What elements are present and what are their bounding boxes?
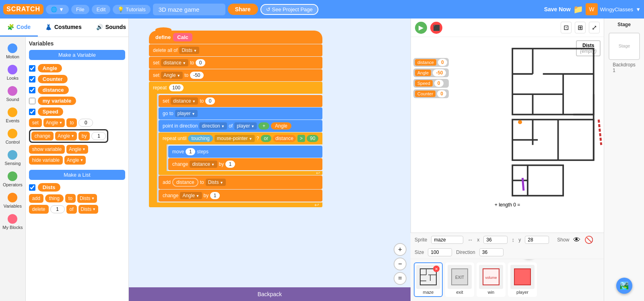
left-panel: 🧩 Code 👗 Costumes 🔊 Sounds Motion bbox=[0, 19, 129, 301]
sprite-name-input[interactable] bbox=[431, 236, 463, 244]
delete-index-input[interactable] bbox=[50, 205, 65, 213]
add-distance-to-dists-block[interactable]: add distance to Dists bbox=[159, 175, 322, 189]
add-to-dists-block[interactable]: add thing to Dists bbox=[29, 194, 125, 203]
sprite-maze[interactable]: ✕ maze bbox=[414, 262, 443, 297]
delete-of-dists-block[interactable]: delete of Dists bbox=[29, 205, 125, 214]
define-calc-block[interactable]: define Calc bbox=[149, 31, 322, 44]
zoom-reset-button[interactable]: = bbox=[394, 272, 407, 285]
set-angle-input[interactable] bbox=[78, 119, 93, 127]
change-angle-input[interactable] bbox=[91, 132, 106, 140]
sidebar-item-events[interactable]: Events bbox=[1, 105, 24, 126]
dists-badge[interactable]: Dists bbox=[38, 183, 60, 192]
var-row-my-variable: my variable bbox=[29, 97, 125, 105]
project-name-input[interactable] bbox=[153, 4, 225, 15]
my-variable-badge[interactable]: my variable bbox=[38, 97, 76, 105]
make-list-button[interactable]: Make a List bbox=[29, 170, 125, 180]
sprite-maze-image: ✕ bbox=[416, 265, 440, 289]
set-angle-neg50-block[interactable]: set Angle to -50 bbox=[149, 69, 322, 81]
repeat-100-block[interactable]: repeat 100 set distance to 0 bbox=[149, 82, 322, 207]
sounds-tab-label: Sounds bbox=[105, 24, 126, 30]
my-variable-checkbox[interactable] bbox=[29, 98, 35, 104]
point-in-direction-block[interactable]: point in direction direction of player +… bbox=[159, 120, 322, 132]
sprite-exit-label: exit bbox=[456, 290, 463, 295]
y-input[interactable] bbox=[525, 236, 549, 244]
size-input[interactable] bbox=[428, 248, 452, 256]
file-menu-button[interactable]: File bbox=[71, 5, 89, 14]
dists-checkbox[interactable] bbox=[29, 184, 35, 191]
sidebar-item-motion[interactable]: Motion bbox=[1, 41, 24, 62]
direction-input[interactable] bbox=[479, 248, 504, 256]
backpack-bar[interactable]: Backpack bbox=[129, 287, 411, 301]
svg-text:Stage: Stage bbox=[618, 43, 630, 48]
edit-menu-button[interactable]: Edit bbox=[92, 5, 110, 14]
counter-checkbox[interactable] bbox=[29, 76, 35, 82]
folder-icon-button[interactable]: 📁 bbox=[573, 4, 583, 14]
sprite-maze-label: maze bbox=[423, 290, 434, 295]
tab-sounds[interactable]: 🔊 Sounds bbox=[89, 19, 133, 37]
sidebar-item-control[interactable]: Control bbox=[1, 126, 24, 147]
sprite-exit[interactable]: EXIT exit bbox=[445, 262, 474, 297]
user-area[interactable]: W WingyClasses ▼ bbox=[586, 3, 641, 15]
sprite-player[interactable]: player bbox=[508, 262, 537, 297]
tab-code[interactable]: 🧩 Code bbox=[0, 19, 38, 37]
stage-small-button[interactable]: ⊡ bbox=[561, 22, 572, 33]
hide-eye-button[interactable]: 🚫 bbox=[584, 235, 593, 244]
see-project-button[interactable]: ↺ See Project Page bbox=[260, 4, 318, 15]
calc-label: Calc bbox=[173, 33, 192, 41]
move-1-steps-block[interactable]: move 1 steps bbox=[168, 146, 322, 158]
sprite-maze-delete[interactable]: ✕ bbox=[433, 266, 440, 272]
set-distance-0-inner-block[interactable]: set distance to 0 bbox=[159, 95, 322, 107]
code-tab-label: Code bbox=[17, 24, 31, 30]
sidebar-item-operators[interactable]: Operators bbox=[1, 169, 24, 190]
globe-button[interactable]: 🌐 ▼ bbox=[46, 5, 69, 14]
delete-all-block[interactable]: delete all of Dists bbox=[149, 44, 322, 56]
set-angle-block[interactable]: set Angle to bbox=[29, 118, 125, 127]
stop-button[interactable]: ⬛ bbox=[430, 22, 442, 34]
hide-variable-block[interactable]: hide variable Angle bbox=[29, 156, 125, 165]
code-canvas[interactable]: define Calc delete all of Dists set dist… bbox=[129, 19, 411, 301]
change-angle-1-block[interactable]: change Angle by 1 bbox=[159, 190, 322, 202]
sprite-win[interactable]: volume win bbox=[477, 262, 506, 297]
looks-label: Looks bbox=[7, 76, 19, 80]
angle-checkbox[interactable] bbox=[29, 65, 35, 72]
sidebar-item-sensing[interactable]: Sensing bbox=[1, 148, 24, 168]
speed-checkbox[interactable] bbox=[29, 109, 35, 115]
refresh-icon: ↺ bbox=[266, 6, 270, 12]
show-eye-button[interactable]: 👁 bbox=[573, 236, 580, 244]
x-arrows-icon: ↔ bbox=[467, 237, 473, 243]
speed-badge[interactable]: Speed bbox=[38, 107, 63, 116]
stage-backdrop-thumbnail[interactable]: Stage bbox=[608, 32, 640, 60]
sidebar-item-looks[interactable]: Looks bbox=[1, 62, 24, 83]
x-input[interactable] bbox=[483, 236, 508, 244]
show-variable-block[interactable]: show variable Angle bbox=[29, 145, 125, 154]
tutorials-button[interactable]: 💡 Tutorials bbox=[113, 5, 150, 14]
costumes-tab-icon: 👗 bbox=[45, 24, 52, 30]
svg-text:volume: volume bbox=[485, 276, 497, 280]
save-now-button[interactable]: Save Now bbox=[544, 6, 571, 12]
stage-fullscreen-button[interactable]: ⤢ bbox=[589, 22, 600, 33]
zoom-out-button[interactable]: − bbox=[394, 258, 407, 270]
change-distance-1-block[interactable]: change distance by 1 bbox=[168, 158, 322, 170]
tutorials-label: Tutorials bbox=[126, 6, 145, 12]
set-distance-0-block[interactable]: set distance to 0 bbox=[149, 57, 322, 69]
go-to-player-block[interactable]: go to player bbox=[159, 107, 322, 120]
main-block-stack: define Calc delete all of Dists set dist… bbox=[149, 31, 322, 207]
change-angle-block-highlighted[interactable]: change Angle by bbox=[29, 129, 109, 143]
distance-checkbox[interactable] bbox=[29, 87, 35, 93]
distance-badge[interactable]: distance bbox=[38, 86, 69, 94]
share-button[interactable]: Share bbox=[228, 4, 258, 15]
tab-costumes[interactable]: 👗 Costumes bbox=[38, 19, 89, 37]
sidebar-item-my-blocks[interactable]: My Blocks bbox=[1, 212, 24, 232]
tabs-bar: 🧩 Code 👗 Costumes 🔊 Sounds bbox=[0, 19, 128, 37]
repeat-until-block[interactable]: repeat until touching mouse-pointer ? or… bbox=[159, 132, 322, 175]
stage-normal-button[interactable]: ⊞ bbox=[575, 22, 586, 33]
add-backdrop-button[interactable]: 🏞️ bbox=[616, 278, 632, 294]
zoom-in-button[interactable]: + bbox=[394, 243, 407, 256]
angle-badge[interactable]: Angle bbox=[38, 64, 62, 72]
scratch-logo[interactable]: SCRATCH bbox=[3, 4, 43, 14]
make-variable-button[interactable]: Make a Variable bbox=[29, 50, 125, 60]
sidebar-item-sound[interactable]: Sound bbox=[1, 84, 24, 104]
sidebar-item-variables[interactable]: Variables bbox=[1, 190, 24, 211]
green-flag-button[interactable]: ▶ bbox=[415, 22, 427, 34]
counter-badge[interactable]: Counter bbox=[38, 75, 68, 83]
